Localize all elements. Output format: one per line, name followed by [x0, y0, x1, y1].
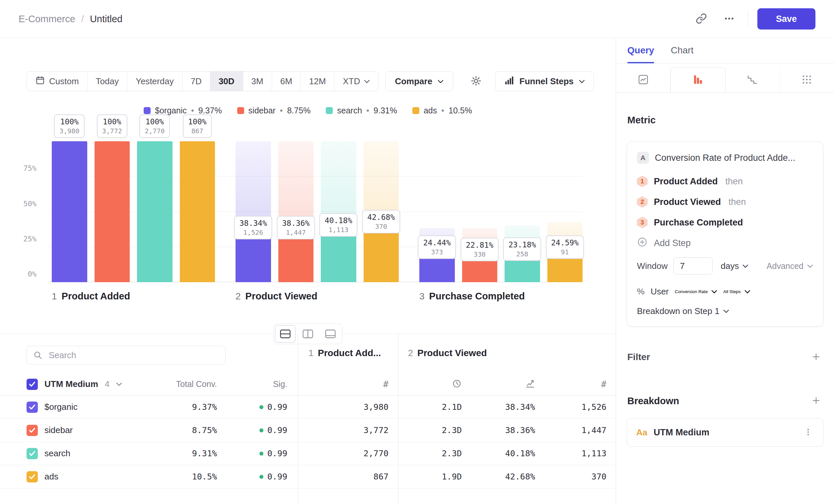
metric-step-2[interactable]: 2Product Viewedthen: [637, 192, 813, 212]
retention-tab[interactable]: [726, 67, 780, 92]
date-range-30d[interactable]: 30D: [210, 72, 243, 91]
date-range-today[interactable]: Today: [87, 72, 127, 91]
date-range-7d[interactable]: 7D: [182, 72, 210, 91]
date-range-custom[interactable]: Custom: [27, 72, 87, 91]
tab-chart[interactable]: Chart: [671, 45, 693, 63]
insights-tab[interactable]: [616, 67, 671, 92]
add-filter-button[interactable]: [809, 350, 823, 364]
advanced-dropdown[interactable]: Advanced: [767, 261, 813, 271]
legend-item-search[interactable]: search•9.31%: [326, 106, 397, 115]
bar-percent: 100%: [59, 117, 79, 126]
table-group-header-step1: 1Product Add...: [309, 348, 381, 359]
legend-item-organic[interactable]: $organic•9.37%: [144, 106, 222, 115]
flows-tab[interactable]: [780, 67, 834, 92]
legend-item-ads[interactable]: ads•10.5%: [412, 106, 472, 115]
row-checkbox[interactable]: [26, 471, 38, 482]
row-checkbox[interactable]: [26, 448, 38, 459]
bar-value-label: 38.34%1,526: [234, 216, 272, 239]
breakdown-on-step-dropdown[interactable]: Breakdown on Step 1: [637, 306, 729, 316]
measure-dropdown[interactable]: Conversion Rate: [675, 289, 717, 294]
breakdown-property-card[interactable]: Aa UTM Medium: [627, 418, 824, 446]
row-checkbox[interactable]: [26, 425, 38, 436]
funnel-bar-ads-step2[interactable]: 42.68%370: [364, 141, 399, 282]
funnel-bar-sidebar-step3[interactable]: 22.81%330: [462, 141, 498, 282]
table-row-search[interactable]: search9.31%0.992,7702.3D40.18%1,113: [0, 442, 616, 465]
step1-count-value: 3,772: [287, 426, 398, 435]
funnel-bar-fill: [137, 141, 173, 282]
total-conversion-column-header[interactable]: Total Conv.: [146, 379, 217, 389]
funnel-bar-organic-step2[interactable]: 38.34%1,526: [236, 141, 271, 282]
metric-step-3[interactable]: 3Purchase Completed: [637, 212, 813, 233]
step2-count-column-header[interactable]: #: [535, 379, 607, 389]
bar-count: 1,113: [325, 226, 352, 234]
date-range-12m[interactable]: 12M: [301, 72, 334, 91]
chart-settings-button[interactable]: [467, 72, 485, 91]
step-labels: 1Product Added2Product Viewed3Purchase C…: [52, 291, 583, 302]
query-panel: Query Chart Metric A Conversion Rate of …: [616, 38, 834, 504]
save-button[interactable]: Save: [758, 8, 815, 29]
funnel-bar-sidebar-step2[interactable]: 38.36%1,447: [278, 141, 314, 282]
funnel-chart: 0%25%50%75% 100%3,980100%3,772100%2,7701…: [52, 141, 583, 282]
funnel-bar-search-step2[interactable]: 40.18%1,113: [321, 141, 356, 282]
window-label: Window: [637, 261, 667, 271]
conversion-rate-column-header[interactable]: [462, 379, 535, 390]
legend-label: search: [337, 106, 362, 115]
compare-button[interactable]: Compare: [385, 71, 453, 91]
select-all-checkbox[interactable]: [26, 379, 38, 390]
bar-count: 1,526: [240, 228, 267, 236]
window-unit-dropdown[interactable]: days: [719, 261, 750, 271]
funnel-bar-ads-step3[interactable]: 24.59%91: [547, 141, 583, 282]
row-checkbox[interactable]: [26, 402, 38, 413]
table-row-organic[interactable]: $organic9.37%0.993,9802.1D38.34%1,526: [0, 395, 616, 419]
legend-label: ads: [424, 106, 437, 115]
bar-percent: 38.36%: [282, 219, 309, 227]
clock-icon: [452, 379, 462, 390]
breadcrumb-project[interactable]: E-Commerce: [19, 14, 75, 25]
funnel-bar-organic-step1[interactable]: 100%3,980: [52, 141, 87, 282]
step1-count-column-header[interactable]: #: [287, 379, 398, 389]
share-link-button[interactable]: [692, 9, 710, 28]
steps-scope-dropdown[interactable]: All Steps: [723, 289, 750, 294]
funnel-bar-search-step1[interactable]: 100%2,770: [137, 141, 173, 282]
tab-query[interactable]: Query: [627, 45, 654, 63]
step-event-name: Product Added: [654, 177, 718, 187]
significance-column-header[interactable]: Sig.: [217, 379, 287, 389]
funnel-step-group-2: 38.34%1,52638.36%1,44740.18%1,11342.68%3…: [236, 141, 399, 282]
funnel-bar-sidebar-step1[interactable]: 100%3,772: [94, 141, 130, 282]
funnels-tab[interactable]: [671, 67, 725, 92]
metric-step-1[interactable]: 1Product Addedthen: [637, 171, 813, 192]
table-row-sidebar[interactable]: sidebar8.75%0.993,7722.3D38.36%1,447: [0, 419, 616, 442]
metric-title[interactable]: Conversion Rate of Product Adde...: [655, 153, 795, 163]
date-range-xtd[interactable]: XTD: [334, 72, 378, 91]
breadcrumb-page-title[interactable]: Untitled: [90, 14, 123, 25]
funnel-bar-search-step3[interactable]: 23.18%258: [505, 141, 540, 282]
window-value-input[interactable]: [674, 257, 712, 275]
legend-item-sidebar[interactable]: sidebar•8.75%: [237, 106, 311, 115]
bar-value-label: 100%3,980: [54, 114, 85, 138]
date-range-yesterday[interactable]: Yesterday: [127, 72, 182, 91]
search-input[interactable]: [26, 346, 225, 364]
funnel-bar-organic-step3[interactable]: 24.44%373: [419, 141, 455, 282]
avg-time-column-header[interactable]: [398, 379, 462, 390]
breakdown-table: 1Product Add... 2Product Viewed UTM Medi…: [0, 334, 616, 504]
metric-card: A Conversion Rate of Product Adde... 1Pr…: [627, 142, 824, 327]
funnel-bar-ads-step1[interactable]: 100%867: [180, 141, 215, 282]
more-options-button[interactable]: [720, 9, 739, 28]
table-row-ads[interactable]: ads10.5%0.998671.9D42.68%370: [0, 465, 616, 488]
add-step-button[interactable]: Add Step: [637, 233, 813, 253]
count-icon: #: [383, 379, 389, 389]
counting-method-label[interactable]: User: [651, 287, 669, 297]
breakdown-options-button[interactable]: [803, 427, 814, 438]
dot-grid-icon: [801, 74, 812, 86]
significance-value: 0.99: [217, 402, 287, 412]
date-range-6m[interactable]: 6M: [272, 72, 301, 91]
breakdown-column-header[interactable]: UTM Medium: [44, 379, 98, 389]
step-number-badge: 1: [637, 176, 648, 187]
bar-count: 91: [551, 248, 578, 256]
chart-type-dropdown[interactable]: Funnel Steps: [495, 71, 594, 91]
panel-tabs: Query Chart: [616, 38, 834, 63]
bar-chart-icon: [504, 75, 514, 88]
funnel-groups: 100%3,980100%3,772100%2,770100%86738.34%…: [52, 141, 583, 282]
add-breakdown-button[interactable]: [809, 394, 823, 408]
date-range-3m[interactable]: 3M: [243, 72, 272, 91]
